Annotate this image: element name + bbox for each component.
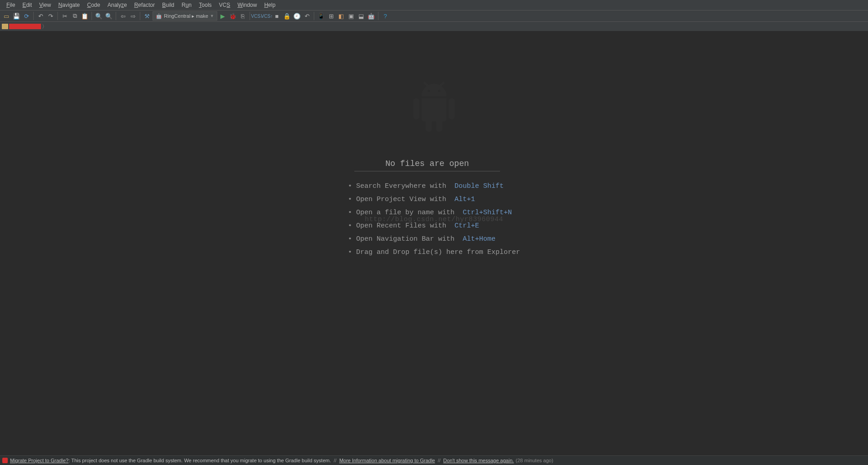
copy-icon[interactable]: ⧉ [70, 11, 79, 21]
lock-icon[interactable]: 🔒 [282, 11, 291, 21]
menu-build[interactable]: Build [158, 1, 178, 9]
avd-manager-icon[interactable]: 📱 [317, 11, 326, 21]
menu-file[interactable]: File [3, 1, 19, 9]
menu-analyze[interactable]: Analyze [104, 1, 131, 9]
back-icon[interactable]: ⇦ [118, 11, 128, 21]
help-icon[interactable]: ? [381, 11, 390, 21]
revert-icon[interactable]: ↶ [302, 11, 311, 21]
android-watermark-icon [409, 82, 459, 132]
project-name-redacted[interactable] [9, 24, 41, 29]
save-icon[interactable]: 💾 [12, 11, 21, 21]
device-icon[interactable]: ⬓ [357, 11, 366, 21]
breadcrumb: 〉 [0, 22, 868, 31]
error-icon [2, 458, 8, 463]
run-icon[interactable]: ▶ [218, 11, 227, 21]
forward-icon[interactable]: ⇨ [128, 11, 138, 21]
menu-edit[interactable]: Edit [19, 1, 36, 9]
android-icon: 🤖 [156, 13, 162, 19]
notification-title[interactable]: Migrate Project to Gradle? [10, 458, 68, 463]
dropdown-icon: ▼ [210, 14, 214, 18]
folder-icon [2, 24, 8, 29]
tip-nav-bar: Open Navigation Bar with Alt+Home [348, 235, 520, 243]
menu-view[interactable]: View [36, 1, 55, 9]
undo-icon[interactable]: ↶ [36, 11, 45, 21]
debug-icon[interactable]: 🐞 [228, 11, 237, 21]
notification-bar: Migrate Project to Gradle? : This projec… [0, 455, 868, 465]
replace-icon[interactable]: 🔍 [104, 11, 113, 21]
cut-icon[interactable]: ✂ [60, 11, 69, 21]
sync-icon[interactable]: ⟳ [22, 11, 31, 21]
menu-tools[interactable]: Tools [195, 1, 215, 9]
notification-time: (28 minutes ago) [516, 458, 553, 463]
menu-bar: File Edit View Navigate Code Analyze Ref… [0, 0, 868, 10]
notification-body: This project does not use the Gradle bui… [71, 458, 331, 463]
run-config-label: RingCentral ▸ make [164, 13, 208, 19]
make-icon[interactable]: ⚒ [143, 11, 152, 21]
menu-window[interactable]: Window [234, 1, 260, 9]
menu-help[interactable]: Help [260, 1, 279, 9]
paste-icon[interactable]: 📋 [80, 11, 89, 21]
vcs-update-icon[interactable]: VCS↓ [252, 11, 261, 21]
watermark-text: http://blog.csdn.net/hyr83960944 [365, 216, 503, 223]
find-icon[interactable]: 🔍 [94, 11, 103, 21]
menu-run[interactable]: Run [178, 1, 195, 9]
sdk-manager-icon[interactable]: ⊞ [327, 11, 336, 21]
menu-code[interactable]: Code [83, 1, 104, 9]
empty-state-title: No files are open [354, 159, 500, 171]
menu-vcs[interactable]: VCS [215, 1, 234, 9]
run-configuration-selector[interactable]: 🤖 RingCentral ▸ make ▼ [153, 11, 217, 21]
android-device-icon[interactable]: 🤖 [367, 11, 376, 21]
redo-icon[interactable]: ↷ [46, 11, 55, 21]
history-icon[interactable]: 🕘 [292, 11, 301, 21]
tip-search-everywhere: Search Everywhere with Double Shift [348, 182, 520, 190]
menu-refactor[interactable]: Refactor [131, 1, 158, 9]
notification-more-info-link[interactable]: More Information about migrating to Grad… [339, 458, 435, 463]
toolbar: ▭ 💾 ⟳ ↶ ↷ ✂ ⧉ 📋 🔍 🔍 ⇦ ⇨ ⚒ 🤖 RingCentral … [0, 10, 868, 22]
monitor-icon[interactable]: ▣ [347, 11, 356, 21]
tip-project-view: Open Project View with Alt+1 [348, 196, 520, 203]
chevron-right-icon: 〉 [42, 23, 47, 31]
tip-drag-drop: Drag and Drop file(s) here from Explorer [348, 248, 520, 256]
empty-state: No files are open Search Everywhere with… [348, 159, 520, 262]
stop-icon[interactable]: ■ [272, 11, 281, 21]
open-icon[interactable]: ▭ [2, 11, 11, 21]
notification-dismiss-link[interactable]: Don't show this message again. [443, 458, 514, 463]
menu-navigate[interactable]: Navigate [55, 1, 83, 9]
vcs-commit-icon[interactable]: VCS↑ [262, 11, 271, 21]
editor-empty-area: http://blog.csdn.net/hyr83960944 No file… [0, 31, 868, 457]
genymotion-icon[interactable]: ◧ [337, 11, 346, 21]
attach-icon[interactable]: ⎘ [238, 11, 247, 21]
